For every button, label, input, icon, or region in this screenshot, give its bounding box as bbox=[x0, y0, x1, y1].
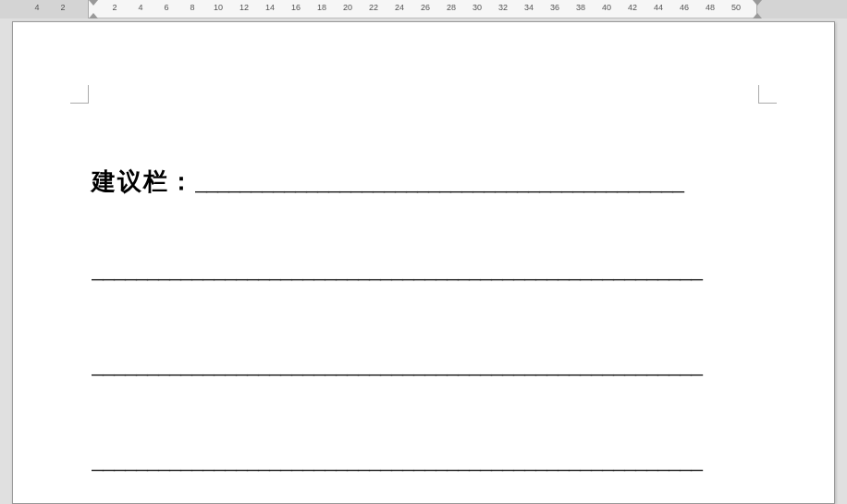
ruler-tick: 12 bbox=[239, 3, 249, 12]
hanging-indent-icon bbox=[89, 13, 98, 18]
left-indent-marker[interactable] bbox=[89, 0, 98, 18]
ruler-tick: 16 bbox=[291, 3, 301, 12]
ruler-tick: 42 bbox=[628, 3, 637, 12]
ruler-tick: 30 bbox=[473, 3, 482, 12]
ruler-tick: 4 bbox=[34, 3, 39, 12]
document-page[interactable]: 建议栏： ___________________________________… bbox=[12, 21, 835, 504]
right-indent-marker[interactable] bbox=[753, 0, 762, 18]
ruler-tick: 48 bbox=[706, 3, 715, 12]
ruler-tick: 28 bbox=[447, 3, 456, 12]
ruler-tick: 26 bbox=[421, 3, 430, 12]
underline-full: ________________________________________… bbox=[92, 240, 755, 300]
margin-corner-top-left bbox=[70, 85, 89, 104]
ruler-tick: 10 bbox=[214, 3, 223, 12]
ruler-tick: 34 bbox=[524, 3, 534, 12]
suggestion-heading-line: 建议栏： ___________________________________… bbox=[92, 152, 755, 212]
underline-full: ________________________________________… bbox=[92, 430, 755, 490]
ruler-tick: 6 bbox=[164, 3, 168, 12]
margin-corner-top-right bbox=[758, 85, 777, 104]
ruler-tick: 8 bbox=[190, 3, 194, 12]
ruler-tick: 22 bbox=[369, 3, 378, 12]
ruler-numbers: 4 2 2 4 6 8 10 12 14 16 18 20 22 24 26 2… bbox=[0, 0, 847, 18]
ruler-tick: 20 bbox=[343, 3, 352, 12]
ruler-tick: 32 bbox=[498, 3, 508, 12]
ruler-tick: 2 bbox=[60, 3, 65, 12]
horizontal-ruler[interactable]: 4 2 2 4 6 8 10 12 14 16 18 20 22 24 26 2… bbox=[0, 0, 847, 18]
ruler-tick: 24 bbox=[395, 3, 404, 12]
ruler-tick: 18 bbox=[317, 3, 326, 12]
right-indent-top-icon bbox=[753, 0, 762, 6]
right-indent-bottom-icon bbox=[753, 13, 762, 18]
suggestion-heading-label: 建议栏： bbox=[92, 152, 195, 212]
document-body[interactable]: 建议栏： ___________________________________… bbox=[92, 152, 755, 504]
ruler-tick: 44 bbox=[654, 3, 663, 12]
underline-full: ________________________________________… bbox=[92, 335, 755, 395]
ruler-tick: 50 bbox=[731, 3, 741, 12]
underline-fill: ________________________________________… bbox=[195, 152, 755, 212]
ruler-tick: 36 bbox=[550, 3, 559, 12]
ruler-tick: 40 bbox=[602, 3, 611, 12]
ruler-tick: 14 bbox=[265, 3, 275, 12]
ruler-tick: 4 bbox=[138, 3, 142, 12]
first-line-indent-icon bbox=[89, 0, 98, 6]
ruler-tick: 38 bbox=[576, 3, 585, 12]
ruler-tick: 2 bbox=[112, 3, 117, 12]
ruler-tick: 46 bbox=[680, 3, 689, 12]
